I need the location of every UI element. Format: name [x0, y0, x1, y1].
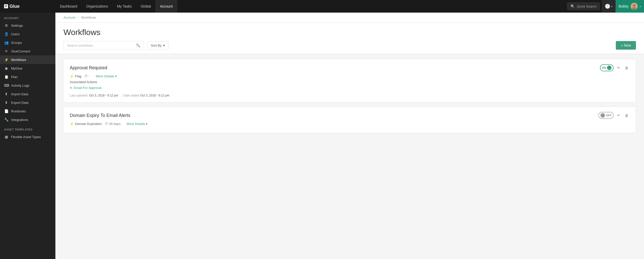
gear-icon: ⚙: [4, 23, 9, 27]
sidebar-item-groups[interactable]: 👥 Groups: [0, 38, 55, 47]
trigger-icon: ⚡: [70, 122, 74, 126]
sidebar-item-settings[interactable]: ⚙ Settings: [0, 21, 55, 30]
search-workflows-input[interactable]: [67, 44, 134, 47]
workflow-card: Approval Required ON ✏ 🗑 ⚡ Flag: [63, 59, 636, 103]
more-details-button[interactable]: More Details ▾: [96, 74, 117, 78]
user-icon: 👤: [4, 32, 9, 36]
breadcrumb-parent[interactable]: Account: [63, 16, 75, 19]
page-toolbar: 🔍 Sort By ▾ + New: [63, 41, 636, 54]
sidebar-item-label: Flexible Asset Types: [11, 135, 41, 139]
sidebar-item-label: Activity Logs: [11, 84, 29, 87]
workflows-icon: ⚡: [4, 58, 9, 62]
breadcrumb-current: Workflows: [81, 16, 96, 19]
sidebar-item-activity-logs[interactable]: ⌨ Activity Logs: [0, 81, 55, 90]
sidebar-item-glueconnect[interactable]: ✳ GlueConnect: [0, 47, 55, 55]
user-name: Bobby: [619, 4, 629, 8]
sidebar-item-export-data[interactable]: ⬇ Export Data: [0, 98, 55, 107]
integrations-icon: 🔧: [4, 118, 9, 122]
logo-name: Glue: [10, 4, 20, 9]
trigger-label: ⚡ Flag: [70, 74, 81, 78]
trigger-row: ⚡ Domain Expiration ⏱ 30 days More Detai…: [70, 122, 630, 126]
sidebar-item-users[interactable]: 👤 Users: [0, 30, 55, 38]
sidebar-item-import-data[interactable]: ⬆ Import Data: [0, 90, 55, 98]
quick-search-label: Quick Search: [577, 5, 596, 8]
more-details-chevron-icon: ▾: [115, 74, 117, 78]
action-label: Email For Approval: [74, 86, 101, 90]
activity-logs-icon: ⌨: [4, 83, 9, 87]
sidebar-item-workflows[interactable]: ⚡ Workflows: [0, 55, 55, 64]
workflow-edit-button[interactable]: ✏: [616, 65, 621, 71]
last-updated-value: Oct 3, 2018 - 6:12 pm: [89, 94, 118, 97]
search-workflows-field[interactable]: 🔍: [63, 41, 144, 50]
more-details-button[interactable]: More Details ▾: [127, 122, 148, 126]
quick-search-button[interactable]: 🔍 Quick Search: [567, 3, 600, 10]
trigger-label: ⚡ Domain Expiration: [70, 122, 102, 126]
workflow-name: Domain Expiry To Email Alerts: [70, 113, 130, 118]
groups-icon: 👥: [4, 41, 9, 45]
svg-point-1: [633, 4, 635, 7]
workflow-delete-button[interactable]: 🗑: [624, 113, 630, 118]
runbooks-icon: 📄: [4, 109, 9, 113]
nav-organizations[interactable]: Organizations: [82, 0, 113, 13]
trigger-time: ⏱ -: [84, 74, 90, 78]
trigger-name: Domain Expiration: [75, 122, 102, 126]
workflow-edit-button[interactable]: ✏: [616, 113, 621, 118]
time-value: -: [89, 74, 90, 78]
sort-label: Sort By: [151, 44, 162, 47]
workflow-toggle-off[interactable]: OFF: [598, 112, 614, 119]
sidebar-item-integrations[interactable]: 🔧 Integrations: [0, 115, 55, 124]
date-added-label: Date added: [124, 94, 139, 97]
new-workflow-button[interactable]: + New: [616, 41, 636, 50]
sort-by-button[interactable]: Sort By ▾: [147, 41, 169, 50]
nav-mytasks[interactable]: My Tasks: [113, 0, 136, 13]
sidebar-item-plan[interactable]: 📋 Plan: [0, 73, 55, 81]
clock-icon: ⏱: [84, 74, 88, 78]
sort-chevron-icon: ▾: [163, 44, 165, 47]
sidebar-item-myglue[interactable]: ◉ MyGlue: [0, 64, 55, 73]
sidebar-item-label: Integrations: [11, 118, 28, 122]
sidebar-item-label: Workflows: [11, 58, 26, 62]
sidebar-item-flexible-asset-types[interactable]: ▦ Flexible Asset Types: [0, 133, 55, 141]
search-icon: 🔍: [136, 43, 140, 47]
trigger-name: Flag: [75, 74, 81, 78]
date-added-value: Oct 3, 2018 - 6:12 pm: [140, 94, 169, 97]
body-layout: Account ⚙ Settings 👤 Users 👥 Groups ✳ Gl…: [0, 13, 644, 259]
page-header: Workflows 🔍 Sort By ▾ + New: [55, 23, 644, 54]
main-content: Account / Workflows Workflows 🔍 Sort By …: [55, 13, 644, 259]
workflow-card-actions: OFF ✏ 🗑: [598, 112, 630, 119]
breadcrumb-separator: /: [78, 16, 79, 19]
toggle-on-circle: [607, 66, 612, 70]
workflow-name: Approval Required: [70, 65, 107, 71]
logo-icon: IT: [4, 4, 8, 8]
time-value: 30 days: [109, 122, 121, 126]
nav-links: Dashboard Organizations My Tasks Global …: [55, 0, 567, 13]
workflow-card-header: Approval Required ON ✏ 🗑: [70, 64, 630, 71]
nav-right: 🔍 Quick Search 🕐 ▾ Bobby ▾: [567, 0, 644, 13]
toggle-off-label: OFF: [606, 114, 612, 117]
more-details-label: More Details: [96, 74, 114, 78]
user-menu-button[interactable]: Bobby ▾: [616, 0, 644, 13]
nav-account[interactable]: Account: [155, 0, 177, 13]
workflow-delete-button[interactable]: 🗑: [624, 65, 630, 71]
clock-button[interactable]: 🕐 ▾: [602, 0, 616, 13]
sidebar-item-label: Export Data: [11, 101, 28, 105]
more-details-chevron-icon: ▾: [146, 122, 148, 126]
clock-icon: ⏱: [105, 122, 108, 126]
footer-separator: |: [122, 94, 123, 97]
search-icon: 🔍: [570, 4, 575, 8]
workflows-list: Approval Required ON ✏ 🗑 ⚡ Flag: [55, 54, 644, 138]
nav-global[interactable]: Global: [136, 0, 155, 13]
nav-dashboard[interactable]: Dashboard: [55, 0, 82, 13]
clock-icon: 🕐: [605, 4, 610, 9]
associated-actions-title: Associated Actions: [70, 80, 630, 84]
trigger-row: ⚡ Flag ⏱ - More Details ▾: [70, 74, 630, 78]
action-link[interactable]: ✉ Email For Approval: [70, 85, 630, 90]
workflow-card-header: Domain Expiry To Email Alerts OFF ✏ 🗑: [70, 112, 630, 119]
sidebar-item-runbooks[interactable]: 📄 Runbooks: [0, 107, 55, 115]
workflow-toggle-on[interactable]: ON: [600, 64, 614, 71]
trigger-icon: ⚡: [70, 74, 74, 78]
sidebar-item-label: Groups: [11, 41, 22, 45]
logo: IT Glue: [4, 4, 20, 9]
flexible-asset-types-icon: ▦: [4, 135, 9, 139]
sidebar-item-label: Settings: [11, 24, 23, 27]
